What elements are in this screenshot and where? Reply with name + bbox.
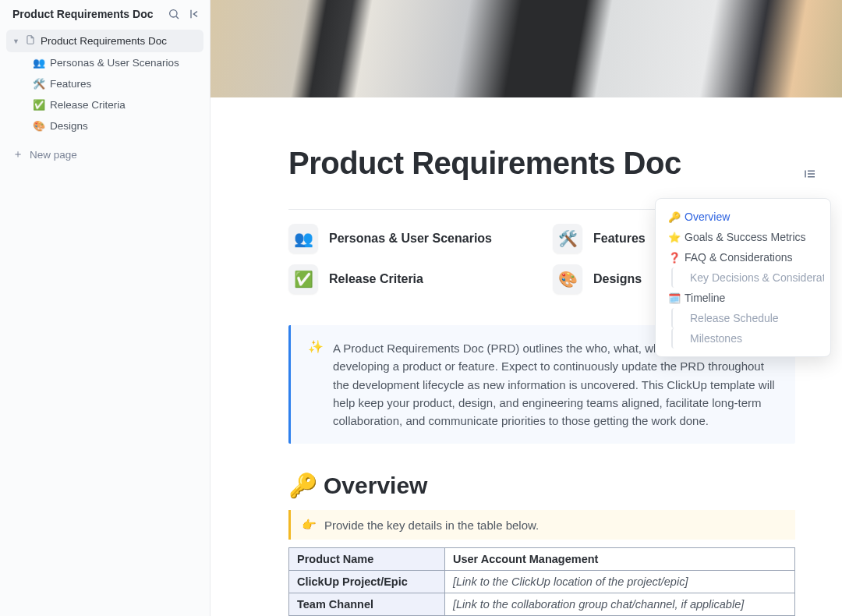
star-icon: ⭐ <box>668 232 680 243</box>
toc-item-timeline[interactable]: 🗓️ Timeline <box>662 288 824 308</box>
page-tree: ▼ Product Requirements Doc 👥 Personas & … <box>0 27 210 140</box>
tree-item-label: Release Criteria <box>50 99 126 111</box>
toc-item-label: FAQ & Considerations <box>685 251 793 264</box>
svg-point-0 <box>170 10 177 17</box>
card-release[interactable]: ✅ Release Criteria <box>288 264 531 294</box>
designs-icon: 🎨 <box>553 264 582 294</box>
calendar-icon: 🗓️ <box>668 292 680 304</box>
sidebar: Product Requirements Doc ▼ Product Requi… <box>0 0 210 616</box>
plus-icon: ＋ <box>12 147 23 161</box>
features-icon: 🛠️ <box>33 78 45 90</box>
toc-toggle-button[interactable] <box>800 164 820 184</box>
new-page-button[interactable]: ＋ New page <box>0 140 210 169</box>
designs-icon: 🎨 <box>33 120 45 132</box>
sidebar-header: Product Requirements Doc <box>0 0 210 27</box>
toc-item-faq[interactable]: ❓ FAQ & Considerations <box>662 247 824 267</box>
table-val[interactable]: [Link to the collaboration group chat/ch… <box>445 593 795 616</box>
toc-panel: 🔑 Overview ⭐ Goals & Success Metrics ❓ F… <box>655 198 831 357</box>
search-icon[interactable] <box>168 8 180 20</box>
svg-line-1 <box>176 16 179 19</box>
section-overview-heading: 🔑 Overview <box>288 472 795 499</box>
tree-item-label: Features <box>50 78 91 90</box>
sparkles-icon: ✨ <box>308 339 324 430</box>
table-key: Product Name <box>289 548 445 571</box>
point-right-icon: 👉 <box>302 518 317 532</box>
tree-item-label: Designs <box>50 120 88 132</box>
card-label: Features <box>593 232 646 246</box>
toc-item-decisions[interactable]: Key Decisions & Consideratio… <box>671 267 824 288</box>
tree-root-label: Product Requirements Doc <box>41 35 167 47</box>
features-icon: 🛠️ <box>553 224 582 253</box>
release-icon: ✅ <box>288 264 318 294</box>
toc-item-label: Release Schedule <box>690 312 779 324</box>
tree-item-personas[interactable]: 👥 Personas & User Scenarios <box>6 52 203 73</box>
toc-item-label: Timeline <box>685 292 725 304</box>
table-row: Product Name User Account Management <box>289 548 795 571</box>
toc-item-overview[interactable]: 🔑 Overview <box>662 207 824 227</box>
toc-item-milestones[interactable]: Milestones <box>671 328 824 349</box>
toc-item-release-schedule[interactable]: Release Schedule <box>671 308 824 328</box>
overview-tip: 👉 Provide the key details in the table b… <box>288 510 795 540</box>
workspace-title: Product Requirements Doc <box>12 8 168 20</box>
doc-icon <box>25 34 36 48</box>
card-label: Designs <box>593 272 642 286</box>
question-icon: ❓ <box>668 252 680 264</box>
key-icon: 🔑 <box>668 211 680 223</box>
caret-down-icon: ▼ <box>12 37 20 45</box>
release-icon: ✅ <box>33 99 45 111</box>
page-title: Product Requirements Doc <box>288 146 795 181</box>
key-icon: 🔑 <box>288 472 317 499</box>
table-key: Team Channel <box>289 593 445 616</box>
overview-table: Product Name User Account Management Cli… <box>288 547 795 616</box>
new-page-label: New page <box>30 149 77 161</box>
card-personas[interactable]: 👥 Personas & User Scenarios <box>288 224 531 253</box>
table-val[interactable]: User Account Management <box>445 548 795 571</box>
toc-item-label: Goals & Success Metrics <box>685 231 806 243</box>
card-label: Release Criteria <box>329 272 423 286</box>
toc-item-label: Overview <box>685 211 730 223</box>
tree-item-label: Personas & User Scenarios <box>50 57 179 69</box>
tree-item-features[interactable]: 🛠️ Features <box>6 73 203 94</box>
tree-item-designs[interactable]: 🎨 Designs <box>6 115 203 136</box>
table-val[interactable]: [Link to the ClickUp location of the pro… <box>445 571 795 593</box>
cover-image <box>210 0 842 97</box>
personas-icon: 👥 <box>288 224 318 253</box>
main-content: 🔑 Overview ⭐ Goals & Success Metrics ❓ F… <box>210 0 842 616</box>
tree-item-release[interactable]: ✅ Release Criteria <box>6 94 203 115</box>
toc-item-label: Key Decisions & Consideratio… <box>690 271 824 284</box>
card-label: Personas & User Scenarios <box>329 232 492 246</box>
toc-item-goals[interactable]: ⭐ Goals & Success Metrics <box>662 227 824 247</box>
tree-root[interactable]: ▼ Product Requirements Doc <box>6 30 203 52</box>
table-key: ClickUp Project/Epic <box>289 571 445 593</box>
toc-item-label: Milestones <box>690 332 742 345</box>
table-row: ClickUp Project/Epic [Link to the ClickU… <box>289 571 795 593</box>
personas-icon: 👥 <box>33 57 45 69</box>
collapse-sidebar-icon[interactable] <box>188 8 200 20</box>
section-title: Overview <box>324 473 427 499</box>
tip-text: Provide the key details in the table bel… <box>324 519 539 532</box>
table-row: Team Channel [Link to the collaboration … <box>289 593 795 616</box>
